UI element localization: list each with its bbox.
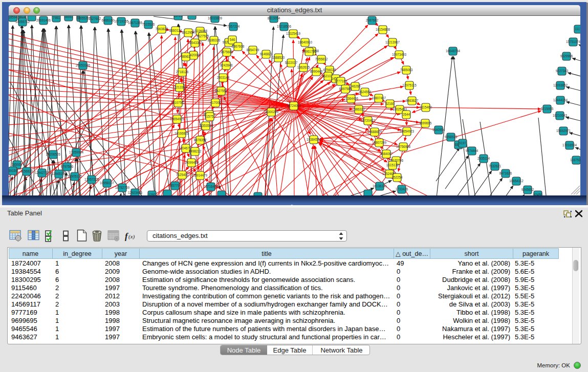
svg-text:19654923: 19654923 [400, 129, 415, 133]
svg-text:1615132: 1615132 [386, 163, 399, 167]
svg-text:9358923: 9358923 [445, 135, 458, 139]
svg-text:8990448: 8990448 [310, 70, 323, 73]
svg-text:1362615: 1362615 [297, 65, 310, 69]
svg-text:12975115: 12975115 [402, 83, 417, 87]
svg-text:8427552: 8427552 [215, 89, 228, 93]
svg-text:12942737: 12942737 [35, 171, 50, 174]
svg-text:14099489: 14099489 [184, 161, 199, 164]
svg-text:17359924: 17359924 [69, 150, 84, 154]
svg-text:2867608: 2867608 [232, 45, 245, 48]
svg-text:5322037: 5322037 [285, 61, 298, 64]
svg-text:2935114: 2935114 [477, 157, 490, 160]
svg-text:17957225: 17957225 [84, 178, 99, 181]
svg-text:16033809: 16033809 [208, 16, 223, 20]
svg-text:18724007: 18724007 [287, 104, 301, 107]
svg-text:1588520: 1588520 [272, 56, 285, 59]
svg-text:417006: 417006 [210, 101, 221, 104]
svg-text:7515526: 7515526 [142, 23, 155, 26]
svg-text:25300203: 25300203 [264, 110, 279, 114]
svg-text:185061: 185061 [11, 163, 23, 166]
svg-text:9329966: 9329966 [560, 54, 573, 58]
svg-text:16136141: 16136141 [373, 184, 387, 188]
svg-text:10719155: 10719155 [114, 19, 129, 23]
svg-text:546: 546 [230, 38, 235, 41]
svg-text:2644: 2644 [403, 113, 410, 116]
svg-text:11945194: 11945194 [52, 172, 66, 176]
svg-text:6466160: 6466160 [102, 18, 115, 22]
svg-text:19218506: 19218506 [277, 25, 292, 28]
svg-text:9197: 9197 [459, 141, 467, 145]
svg-text:7955812: 7955812 [315, 57, 328, 61]
svg-text:7663822: 7663822 [156, 27, 168, 31]
svg-text:2718126: 2718126 [176, 70, 189, 74]
svg-text:9627505: 9627505 [197, 34, 209, 38]
svg-text:1527602: 1527602 [89, 17, 101, 20]
svg-text:20053346: 20053346 [76, 63, 91, 67]
svg-text:9474444: 9474444 [466, 149, 478, 152]
svg-text:1117: 1117 [575, 27, 580, 31]
svg-text:7986322: 7986322 [353, 107, 365, 111]
svg-text:19166825: 19166825 [175, 132, 189, 135]
svg-text:14055712: 14055712 [15, 20, 30, 24]
svg-text:18807249: 18807249 [372, 141, 387, 144]
svg-text:15716485: 15716485 [204, 185, 219, 188]
svg-text:10973493: 10973493 [392, 53, 407, 56]
svg-text:7981: 7981 [53, 16, 60, 19]
svg-text:9242848: 9242848 [220, 63, 233, 67]
svg-text:3875685: 3875685 [221, 50, 233, 54]
svg-text:19384554: 19384554 [307, 138, 321, 141]
svg-text:11353594: 11353594 [199, 124, 213, 127]
svg-text:19654925: 19654925 [170, 117, 185, 121]
svg-text:9146821: 9146821 [260, 52, 273, 56]
svg-text:9797586: 9797586 [61, 165, 74, 168]
svg-text:12444154: 12444154 [553, 98, 568, 102]
svg-text:10961766: 10961766 [302, 50, 317, 53]
svg-text:15723: 15723 [173, 16, 183, 17]
svg-text:16107552: 16107552 [171, 101, 186, 104]
svg-text:62160: 62160 [385, 102, 395, 105]
svg-text:17016504: 17016504 [562, 143, 577, 147]
svg-text:13325419: 13325419 [286, 32, 301, 35]
svg-text:20206526: 20206526 [46, 152, 61, 156]
svg-text:12213967: 12213967 [385, 40, 400, 44]
svg-text:15692971: 15692971 [556, 129, 571, 133]
svg-text:9084067: 9084067 [380, 152, 393, 156]
svg-text:1733426: 1733426 [396, 187, 408, 191]
svg-text:8215955: 8215955 [541, 107, 554, 111]
svg-text:10958107: 10958107 [100, 181, 115, 185]
svg-text:39159: 39159 [9, 169, 17, 172]
svg-text:21364436: 21364436 [344, 97, 359, 100]
svg-text:98963: 98963 [181, 55, 190, 58]
svg-text:2803144: 2803144 [217, 76, 230, 79]
svg-text:10807467: 10807467 [372, 96, 386, 100]
svg-text:5498222: 5498222 [189, 149, 202, 153]
svg-text:9777169: 9777169 [335, 79, 347, 83]
svg-text:6794028: 6794028 [323, 68, 336, 72]
svg-text:1156829: 1156829 [20, 169, 33, 173]
svg-text:2087682: 2087682 [366, 18, 379, 22]
svg-text:1640954: 1640954 [432, 128, 445, 132]
svg-text:10654112: 10654112 [509, 179, 524, 183]
svg-text:16543362: 16543362 [188, 41, 203, 45]
svg-text:8660124: 8660124 [169, 29, 182, 32]
svg-text:10671355: 10671355 [128, 21, 143, 25]
svg-text:6497568: 6497568 [339, 87, 352, 91]
svg-text:12093852: 12093852 [553, 83, 568, 87]
svg-text:16914479: 16914479 [193, 173, 208, 177]
svg-text:16648784: 16648784 [446, 49, 461, 53]
svg-text:7625402: 7625402 [176, 173, 189, 177]
svg-text:16782759: 16782759 [115, 186, 130, 189]
svg-text:3624554: 3624554 [359, 90, 372, 94]
svg-text:8813054: 8813054 [268, 16, 280, 20]
svg-text:7632621: 7632621 [489, 164, 502, 168]
svg-text:16154808: 16154808 [376, 28, 390, 31]
svg-text:252254: 252254 [391, 176, 403, 179]
svg-text:9245652: 9245652 [521, 188, 534, 191]
svg-text:16551: 16551 [64, 16, 73, 18]
svg-text:8471626: 8471626 [499, 171, 512, 175]
svg-text:9227343: 9227343 [556, 69, 569, 73]
svg-text:9463627: 9463627 [406, 99, 419, 102]
svg-text:8186326: 8186326 [208, 38, 221, 42]
svg-text:7485063: 7485063 [400, 68, 413, 72]
svg-text:(x): (x) [128, 233, 135, 240]
